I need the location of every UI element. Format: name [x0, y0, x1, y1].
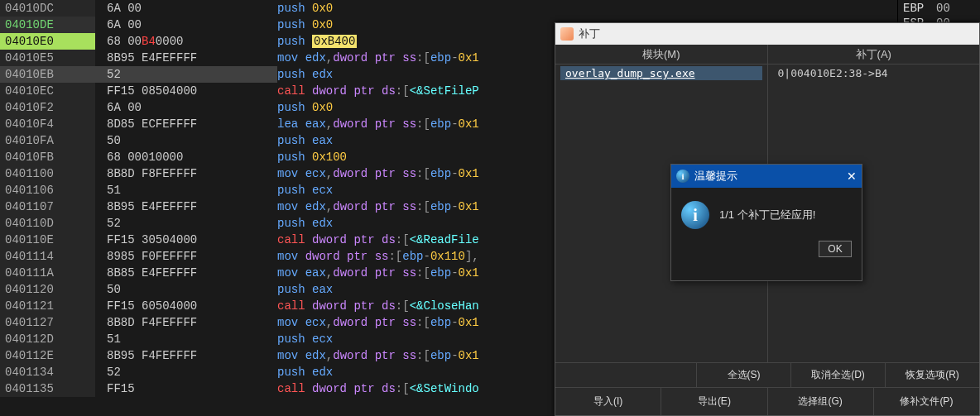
- bytes-cell: FF15: [95, 380, 277, 397]
- bytes-cell: 8985 F0FEFFFF: [95, 248, 277, 265]
- addr-cell: 04010E5: [0, 50, 95, 66]
- close-icon[interactable]: ✕: [847, 170, 857, 183]
- disasm-row[interactable]: 04010DC6A 00push 0x0: [0, 0, 980, 17]
- bytes-cell: 6A 00: [95, 0, 277, 17]
- bytes-cell: 8B95 E4FEFFFF: [95, 50, 277, 66]
- patch-file-button[interactable]: 修补文件(P): [873, 388, 979, 415]
- module-item[interactable]: overlay_dump_scy.exe: [560, 66, 762, 80]
- addr-cell: 04010FA: [0, 132, 95, 149]
- bytes-cell: 8B8D F4FEFFFF: [95, 314, 277, 331]
- bytes-cell: 8B95 E4FEFFFF: [95, 198, 277, 215]
- addr-cell: 0401121: [0, 298, 95, 314]
- addr-cell: 04010E0: [0, 33, 95, 50]
- select-all-button[interactable]: 全选(S): [696, 363, 790, 387]
- bytes-cell: 52: [95, 66, 277, 83]
- bytes-cell: 6A 00: [95, 99, 277, 116]
- addr-cell: 0401114: [0, 248, 95, 265]
- patch-item[interactable]: 0|004010E2:38->B4: [773, 66, 975, 80]
- restore-selection-button[interactable]: 恢复选项(R): [885, 363, 979, 387]
- bytes-cell: 6A 00: [95, 17, 277, 33]
- patch-icon: [560, 27, 574, 41]
- bytes-cell: 52: [95, 215, 277, 232]
- reg-value: 00: [936, 2, 950, 17]
- addr-cell: 040110D: [0, 215, 95, 232]
- addr-cell: 040110E: [0, 232, 95, 248]
- module-column-header: 模块(M): [555, 45, 767, 65]
- addr-cell: 0401100: [0, 165, 95, 182]
- addr-cell: 04010DC: [0, 0, 95, 17]
- addr-cell: 0401107: [0, 198, 95, 215]
- info-icon: i: [676, 170, 689, 183]
- addr-cell: 04010EB: [0, 66, 95, 83]
- reg-name: EBP: [903, 2, 936, 17]
- addr-cell: 0401134: [0, 364, 95, 380]
- bytes-cell: 52: [95, 364, 277, 380]
- addr-cell: 04010F2: [0, 99, 95, 116]
- patch-dialog-title: 补丁: [579, 23, 600, 45]
- addr-cell: 040112E: [0, 347, 95, 364]
- bytes-cell: 8B85 E4FEFFFF: [95, 265, 277, 281]
- addr-cell: 0401127: [0, 314, 95, 331]
- bytes-cell: FF15 30504000: [95, 232, 277, 248]
- bytes-cell: 50: [95, 281, 277, 298]
- bytes-cell: FF15 08504000: [95, 83, 277, 99]
- bytes-cell: 51: [95, 331, 277, 347]
- export-button[interactable]: 导出(E): [661, 388, 766, 415]
- bytes-cell: 51: [95, 182, 277, 198]
- bytes-cell: 8B95 F4FEFFFF: [95, 347, 277, 364]
- addr-cell: 040111A: [0, 265, 95, 281]
- bytes-cell: 68 00B40000: [95, 33, 277, 50]
- patch-dialog-titlebar[interactable]: 补丁: [555, 23, 979, 45]
- addr-cell: 04010FB: [0, 149, 95, 165]
- info-icon: i: [681, 201, 709, 229]
- bytes-cell: 68 00010000: [95, 149, 277, 165]
- message-box-title: 温馨提示: [694, 169, 737, 184]
- ok-button[interactable]: OK: [819, 241, 852, 257]
- asm-cell: push 0x0: [277, 0, 980, 17]
- deselect-all-button[interactable]: 取消全选(D): [790, 363, 885, 387]
- addr-cell: 040112D: [0, 331, 95, 347]
- addr-cell: 04010EC: [0, 83, 95, 99]
- import-button[interactable]: 导入(I): [555, 388, 661, 415]
- addr-cell: 04010F4: [0, 116, 95, 132]
- bytes-cell: FF15 60504000: [95, 298, 277, 314]
- bytes-cell: 8B8D F8FEFFFF: [95, 165, 277, 182]
- message-box-text: 1/1 个补丁已经应用!: [719, 208, 815, 222]
- addr-cell: 04010DE: [0, 17, 95, 33]
- message-box-titlebar[interactable]: i 温馨提示 ✕: [671, 165, 862, 188]
- message-box[interactable]: i 温馨提示 ✕ i 1/1 个补丁已经应用! OK: [670, 164, 862, 281]
- bytes-cell: 50: [95, 132, 277, 149]
- addr-cell: 0401135: [0, 380, 95, 397]
- select-group-button[interactable]: 选择组(G): [767, 388, 873, 415]
- addr-cell: 0401120: [0, 281, 95, 298]
- addr-cell: 0401106: [0, 182, 95, 198]
- bytes-cell: 8D85 ECFEFFFF: [95, 116, 277, 132]
- patch-column-header: 补丁(A): [768, 45, 980, 65]
